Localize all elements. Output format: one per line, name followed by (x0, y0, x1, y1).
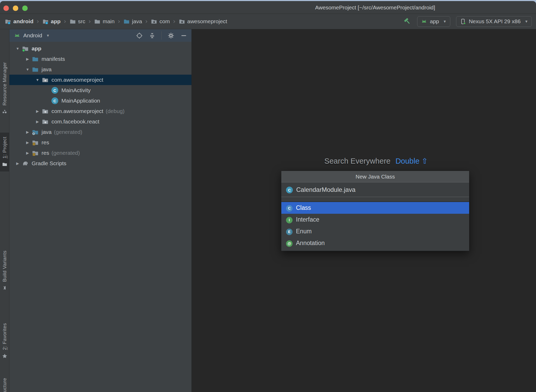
chevron-right-icon[interactable]: ▶ (24, 151, 32, 155)
chevron-right-icon[interactable]: ▶ (14, 161, 22, 165)
tool-strip-item-favorites[interactable]: 2: Favorites (0, 323, 9, 359)
run-configuration-selector[interactable]: app ▼ (417, 16, 450, 27)
popup-option-class[interactable]: CClass (281, 202, 469, 214)
tree-item-label: app (32, 45, 41, 52)
breadcrumb-separator: › (63, 18, 67, 25)
tree-item-suffix: (debug) (106, 108, 124, 114)
tool-strip-item-build-variants[interactable]: Build Variants (0, 251, 9, 291)
chevron-down-icon: ▼ (443, 19, 447, 23)
chevron-right-icon[interactable]: ▶ (33, 109, 42, 113)
tree-item-res-generated[interactable]: ▶res(generated) (9, 148, 191, 158)
tree-item-com.facebook.react[interactable]: ▶com.facebook.react (9, 116, 191, 127)
breadcrumb-item-java[interactable]: java (123, 18, 142, 25)
popup-option-enum[interactable]: EEnum (281, 225, 469, 237)
breadcrumb-separator: › (36, 18, 40, 25)
interface-icon: I (286, 216, 293, 223)
hide-panel-icon[interactable] (180, 32, 187, 39)
search-everywhere-label: Search Everywhere (324, 157, 391, 165)
chevron-right-icon[interactable]: ▶ (33, 120, 42, 124)
folder-teal-icon (32, 66, 39, 73)
tree-item-java-generated[interactable]: ▶java(generated) (9, 127, 191, 137)
chevron-right-icon[interactable]: ▶ (24, 140, 32, 145)
chevron-down-icon[interactable]: ▼ (24, 67, 32, 72)
chevron-down-icon: ▼ (525, 19, 528, 23)
tree-item-res[interactable]: ▶res (9, 137, 191, 148)
left-tool-window-strip: Resource Manager1: Project Build Variant… (0, 29, 9, 392)
breadcrumb-label: main (103, 18, 115, 25)
breadcrumb-separator: › (88, 18, 92, 25)
tree-item-label: MainActivity (61, 87, 91, 93)
locate-file-icon[interactable] (136, 32, 143, 39)
breadcrumb-item-src[interactable]: src (69, 18, 85, 25)
folder-icon (94, 18, 101, 25)
chevron-down-icon[interactable]: ▼ (14, 46, 22, 51)
project-view-label: Android (23, 32, 42, 39)
package-folder-icon (42, 118, 49, 125)
kind-list: CClassIInterfaceEEnum@Annotation (281, 202, 469, 251)
popup-option-label: Class (296, 204, 311, 211)
collapse-all-icon[interactable] (149, 32, 156, 39)
chevron-right-icon[interactable]: ▶ (24, 57, 32, 61)
package-folder-icon (151, 18, 157, 25)
divider (161, 31, 162, 40)
breadcrumb-label: java (132, 18, 142, 25)
tree-item-label: java (42, 66, 52, 73)
tool-strip-item-resource-manager[interactable]: Resource Manager (0, 62, 9, 114)
window-titlebar: AwesomeProject [~/src/AwesomeProject/and… (0, 1, 536, 14)
chevron-down-icon[interactable]: ▼ (33, 78, 42, 82)
breadcrumb-item-com[interactable]: com (151, 18, 170, 25)
tree-item-app[interactable]: ▼app (9, 43, 191, 54)
project-view-selector[interactable]: Android ▼ (14, 32, 50, 39)
device-selector-label: Nexus 5X API 29 x86 (469, 18, 521, 25)
breadcrumb-item-awesomeproject[interactable]: awesomeproject (179, 18, 227, 25)
chevron-right-icon[interactable]: ▶ (24, 130, 32, 134)
gear-icon[interactable] (167, 32, 174, 39)
gradle-elephant-icon (22, 160, 29, 167)
tree-item-mainapplication[interactable]: CMainApplication (9, 96, 191, 106)
zoom-window-button[interactable] (22, 5, 28, 11)
folder-teal-icon (32, 56, 39, 63)
device-selector[interactable]: Nexus 5X API 29 x86 ▼ (456, 16, 532, 27)
tree-item-label: Gradle Scripts (32, 160, 66, 167)
breadcrumb-label: src (78, 18, 85, 25)
build-variants-icon (2, 285, 8, 291)
close-window-button[interactable] (3, 5, 9, 11)
breadcrumb-item-main[interactable]: main (94, 18, 115, 25)
tree-item-java[interactable]: ▼java (9, 64, 191, 75)
tree-item-gradle-scripts[interactable]: ▶Gradle Scripts (9, 158, 191, 169)
tree-item-label: com.awesomeproject (51, 108, 103, 114)
tree-item-manifests[interactable]: ▶manifests (9, 54, 191, 64)
popup-option-annotation[interactable]: @Annotation (281, 237, 469, 249)
class-circle-icon: C (51, 87, 59, 94)
tool-strip-item-structure[interactable]: 7: Structure (0, 378, 9, 392)
res-folder-icon (32, 150, 39, 157)
folder-icon (69, 18, 76, 25)
class-name-value: CalendarModule.java (296, 186, 356, 193)
android-icon (14, 32, 21, 39)
tool-strip-label: Build Variants (2, 251, 8, 282)
tree-item-com.awesomeproject[interactable]: ▼com.awesomeproject (9, 75, 191, 85)
popup-option-interface[interactable]: IInterface (281, 214, 469, 225)
tree-item-mainactivity[interactable]: CMainActivity (9, 85, 191, 96)
phone-device-icon (460, 18, 466, 25)
tree-item-label: res (42, 139, 49, 146)
shortcut-label: Double (395, 157, 420, 165)
build-hammer-icon[interactable] (404, 17, 411, 25)
breadcrumb-item-android[interactable]: android (5, 18, 33, 25)
breadcrumb-label: awesomeproject (187, 18, 227, 25)
minimize-window-button[interactable] (13, 5, 18, 11)
class-name-input[interactable]: C CalendarModule.java (281, 182, 469, 197)
package-folder-icon (42, 108, 49, 115)
tree-item-label: MainApplication (61, 98, 100, 104)
tool-strip-label: 7: Structure (2, 378, 8, 392)
tool-strip-label: 2: Favorites (2, 323, 8, 350)
annotation-icon: @ (286, 239, 293, 247)
breadcrumb: android›app›src›main›java›com›awesomepro… (0, 18, 227, 25)
class-icon: C (286, 204, 293, 212)
tree-item-com.awesomeproject-debug[interactable]: ▶com.awesomeproject(debug) (9, 106, 191, 116)
tree-item-label: res (42, 150, 49, 156)
tool-strip-item-project[interactable]: 1: Project (0, 133, 9, 171)
breadcrumb-item-app[interactable]: app (42, 18, 61, 25)
popup-divider (281, 197, 469, 202)
class-circle-icon: C (51, 97, 59, 104)
